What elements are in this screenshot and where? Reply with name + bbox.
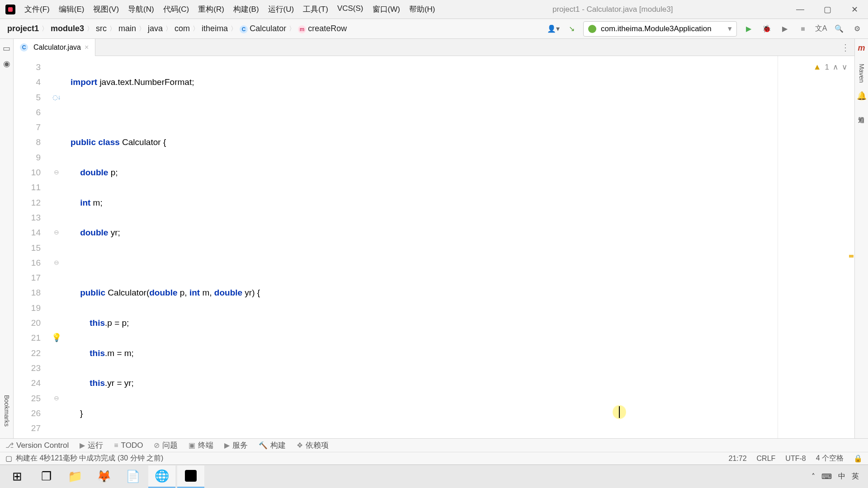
left-tool-stripe: ▭ ◉ Bookmarks 结构 xyxy=(0,39,14,439)
build-hammer-icon[interactable]: ↘ xyxy=(565,23,578,35)
menu-build[interactable]: 构建(B) xyxy=(230,2,263,16)
status-quick-icon[interactable]: ▢ xyxy=(5,454,12,463)
crumb-com[interactable]: com xyxy=(172,24,193,33)
tray-chevron-icon[interactable]: ˄ xyxy=(811,472,815,481)
firefox-icon[interactable]: 🦊 xyxy=(90,465,118,488)
tool-services[interactable]: ▶服务 xyxy=(224,440,248,450)
inspections-widget[interactable]: ▲ 1 ∧ ∨ xyxy=(813,60,847,75)
maven-tool[interactable]: Maven xyxy=(858,64,865,83)
tool-vcs[interactable]: ⎇Version Control xyxy=(5,441,69,450)
search-icon[interactable]: 🔍 xyxy=(833,23,845,35)
crumb-method[interactable]: mcreateRow xyxy=(295,24,349,33)
crumb-project[interactable]: project1 xyxy=(5,24,42,33)
override-icon[interactable]: ◌↓ xyxy=(52,90,61,105)
line-numbers: 3456789101112131415161718192021222324252… xyxy=(14,56,45,439)
run-config-selector[interactable]: com.itheima.Module3Application ▾ xyxy=(583,21,737,37)
fold-icon[interactable]: ⊖ xyxy=(54,225,59,240)
menu-file[interactable]: 文件(F) xyxy=(21,2,53,16)
tabs-more-icon[interactable]: ⋮ xyxy=(836,42,854,53)
menu-run[interactable]: 运行(U) xyxy=(264,2,298,16)
bookmarks-tool[interactable]: Bookmarks xyxy=(3,395,10,427)
crumb-pkg[interactable]: itheima xyxy=(199,24,231,33)
explorer-icon[interactable]: 📁 xyxy=(61,465,89,488)
system-tray: ˄ ⌨ 中 英 xyxy=(811,472,864,481)
menu-edit[interactable]: 编辑(E) xyxy=(55,2,88,16)
code-content[interactable]: import java.text.NumberFormat; public cl… xyxy=(68,56,854,439)
menu-navigate[interactable]: 导航(N) xyxy=(124,2,158,16)
spring-icon xyxy=(588,25,596,33)
right-margin-line xyxy=(778,56,778,439)
tool-terminal[interactable]: ▣终端 xyxy=(189,440,213,450)
right-tool-stripe: m Maven 🔔 通知 xyxy=(854,39,868,439)
tool-run[interactable]: ▶运行 xyxy=(80,440,103,450)
windows-taskbar: ⊞ ❐ 📁 🦊 📄 🌐 ˄ ⌨ 中 英 xyxy=(0,465,868,488)
main-area: ▭ ◉ Bookmarks 结构 C Calculator.java × ⋮ 3… xyxy=(0,39,868,439)
run-button[interactable]: ▶ xyxy=(742,23,755,35)
notifications-icon[interactable]: 🔔 xyxy=(857,91,867,101)
tray-keyboard-icon[interactable]: ⌨ xyxy=(821,472,832,481)
breadcrumb: project1〉 module3〉 src〉 main〉 java〉 com〉… xyxy=(5,24,349,33)
run-config-label: com.itheima.Module3Application xyxy=(601,24,712,33)
tab-calculator[interactable]: C Calculator.java × xyxy=(14,39,95,56)
menu-code[interactable]: 代码(C) xyxy=(160,2,193,16)
office-icon[interactable]: 📄 xyxy=(119,465,146,488)
translate-icon[interactable]: 文A xyxy=(815,23,827,35)
status-bar: ▢ 构建在 4秒121毫秒 中成功完成 (30 分钟 之前) 21:72 CRL… xyxy=(0,452,868,465)
gutter-icons: ◌↓ ⊖ ⊖ ⊖ 💡 ⊖ xyxy=(45,56,68,439)
menu-refactor[interactable]: 重构(R) xyxy=(194,2,228,16)
crumb-module[interactable]: module3 xyxy=(48,24,87,33)
code-editor[interactable]: 3456789101112131415161718192021222324252… xyxy=(14,56,854,439)
editor-area: C Calculator.java × ⋮ 345678910111213141… xyxy=(14,39,854,439)
tab-label: Calculator.java xyxy=(33,43,81,52)
intention-bulb-icon[interactable]: 💡 xyxy=(52,330,61,345)
fold-icon[interactable]: ⊖ xyxy=(54,255,59,270)
tool-build[interactable]: 🔨构建 xyxy=(259,440,286,450)
project-tool-icon[interactable]: ▭ xyxy=(3,43,10,53)
file-encoding[interactable]: UTF-8 xyxy=(785,455,806,463)
crumb-class[interactable]: CCalculator xyxy=(237,24,289,33)
crumb-java[interactable]: java xyxy=(145,24,165,33)
crumb-src[interactable]: src xyxy=(93,24,109,33)
start-button[interactable]: ⊞ xyxy=(4,465,31,488)
window-controls: — ▢ ✕ xyxy=(787,0,868,19)
warning-icon: ▲ xyxy=(813,60,821,75)
text-cursor xyxy=(613,404,626,420)
warning-count: 1 xyxy=(825,60,829,75)
main-menu: 文件(F) 编辑(E) 视图(V) 导航(N) 代码(C) 重构(R) 构建(B… xyxy=(21,2,439,16)
settings-icon[interactable]: ⚙ xyxy=(851,23,863,35)
readonly-lock-icon[interactable]: 🔒 xyxy=(854,454,863,463)
stop-button[interactable]: ■ xyxy=(797,23,809,35)
next-highlight-icon[interactable]: ∨ xyxy=(842,60,847,75)
bottom-tool-strip: ⎇Version Control ▶运行 ≡TODO ⊘问题 ▣终端 ▶服务 🔨… xyxy=(0,438,868,452)
task-view-icon[interactable]: ❐ xyxy=(33,465,60,488)
close-icon[interactable]: × xyxy=(85,43,89,52)
menu-tools[interactable]: 工具(T) xyxy=(299,2,332,16)
tool-deps[interactable]: ❖依赖项 xyxy=(297,440,329,450)
tool-todo[interactable]: ≡TODO xyxy=(114,441,143,450)
user-icon[interactable]: 👤▾ xyxy=(547,23,560,35)
crumb-main[interactable]: main xyxy=(116,24,139,33)
chevron-down-icon: ▾ xyxy=(728,24,732,33)
line-separator[interactable]: CRLF xyxy=(757,455,776,463)
error-stripe-mark[interactable] xyxy=(849,255,854,258)
ime-indicator-2[interactable]: 英 xyxy=(852,472,859,481)
ime-indicator-1[interactable]: 中 xyxy=(838,472,845,481)
caret-position[interactable]: 21:72 xyxy=(729,455,747,463)
menu-help[interactable]: 帮助(H) xyxy=(406,2,439,16)
menu-vcs[interactable]: VCS(S) xyxy=(334,2,367,16)
coverage-button[interactable]: ▶ xyxy=(778,23,791,35)
minimize-button[interactable]: — xyxy=(787,0,814,19)
tool-problems[interactable]: ⊘问题 xyxy=(154,440,178,450)
close-button[interactable]: ✕ xyxy=(841,0,868,19)
indent-setting[interactable]: 4 个空格 xyxy=(816,454,844,463)
fold-icon[interactable]: ⊖ xyxy=(54,165,59,180)
menu-view[interactable]: 视图(V) xyxy=(90,2,123,16)
edge-icon[interactable]: 🌐 xyxy=(148,465,175,488)
menu-window[interactable]: 窗口(W) xyxy=(369,2,404,16)
prev-highlight-icon[interactable]: ∧ xyxy=(833,60,838,75)
maximize-button[interactable]: ▢ xyxy=(814,0,841,19)
commit-tool-icon[interactable]: ◉ xyxy=(3,59,10,69)
fold-icon[interactable]: ⊖ xyxy=(54,391,59,406)
debug-button[interactable]: 🐞 xyxy=(760,23,773,35)
intellij-icon[interactable] xyxy=(177,465,204,488)
